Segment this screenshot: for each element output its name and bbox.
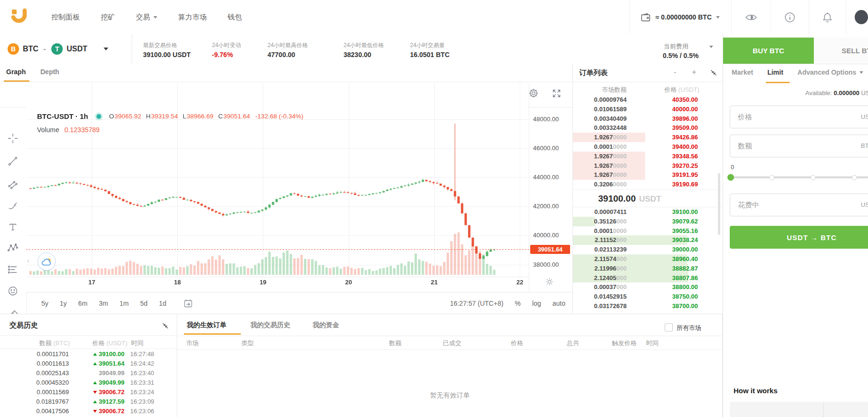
nav-item-2[interactable]: 挖矿 xyxy=(101,13,115,22)
tab-market[interactable]: Market xyxy=(732,68,753,76)
crosshair-tool-icon[interactable] xyxy=(7,133,19,144)
watch-only-button[interactable] xyxy=(731,0,771,34)
order-row[interactable]: 2.1157400038960.40 xyxy=(573,254,723,264)
emoji-tool-icon[interactable] xyxy=(7,285,19,297)
order-row[interactable]: 0.3512600039079.62 xyxy=(573,217,723,226)
orderbook-scrollbar[interactable] xyxy=(718,173,720,235)
order-row[interactable]: 1.9267000039270.25 xyxy=(573,161,723,171)
collapse-panel-button[interactable] xyxy=(710,69,717,77)
amount-slider-track[interactable] xyxy=(731,176,868,178)
price-tick-label: 48000.00 xyxy=(533,116,559,123)
pattern-tool-icon[interactable] xyxy=(7,242,19,253)
divider xyxy=(823,402,824,417)
submit-order-button[interactable]: USDT → BTC xyxy=(730,226,868,249)
timeframe-1m[interactable]: 1m xyxy=(120,300,129,307)
order-row[interactable]: 1.9267000039426.86 xyxy=(573,133,723,142)
stat-value: 16.0501 BTC xyxy=(410,51,449,58)
order-row[interactable]: 0.0000741139100.00 xyxy=(573,207,723,217)
slider-stop-25[interactable] xyxy=(769,175,774,180)
nav-item-3[interactable]: 交易 xyxy=(136,13,157,22)
advanced-options-dropdown[interactable]: Advanced Options xyxy=(798,68,864,76)
depth-bar xyxy=(573,235,687,245)
scale-auto[interactable]: auto xyxy=(553,300,565,307)
spending-input[interactable]: 花费中 xyxy=(730,194,868,216)
spending-placeholder: 花费中 xyxy=(738,201,759,210)
text-tool-icon[interactable] xyxy=(7,221,19,233)
order-row[interactable]: 0.0033244839509.00 xyxy=(573,123,723,133)
volume-label: Volume xyxy=(37,126,59,134)
timeframe-5y[interactable]: 5y xyxy=(41,300,48,307)
tab-graph[interactable]: Graph xyxy=(6,68,26,76)
sell-btc-tab[interactable]: SELL BTC xyxy=(814,38,868,64)
order-amount: 0.00009764 xyxy=(594,96,627,103)
order-row[interactable]: 0.0001000039055.16 xyxy=(573,226,723,236)
scale-log[interactable]: log xyxy=(532,300,541,307)
timeframe-3m[interactable]: 3m xyxy=(99,300,108,307)
go-to-date-icon[interactable] xyxy=(183,299,193,308)
poolin-logo-icon[interactable] xyxy=(10,8,29,27)
order-row[interactable]: 0.0145291538750.00 xyxy=(573,292,723,301)
slider-stop-50[interactable] xyxy=(811,175,816,180)
order-row[interactable]: 1.9267000039191.95 xyxy=(573,170,723,180)
order-row[interactable]: 0.0000976440350.00 xyxy=(573,95,723,105)
time-tick-label: 22 xyxy=(516,279,523,286)
nav-item-4[interactable]: 算力市场 xyxy=(178,13,207,22)
chevron-down-icon xyxy=(709,46,713,48)
order-row[interactable]: 0.0106158940000.00 xyxy=(573,105,723,114)
slider-stop-75[interactable] xyxy=(852,175,857,180)
user-menu[interactable] xyxy=(846,0,868,34)
market-pair-selector[interactable]: B BTC - T USDT xyxy=(0,34,132,64)
price-input[interactable]: 价格 xyxy=(730,106,868,128)
order-row[interactable]: 0.0317267838700.00 xyxy=(573,301,723,311)
price-axis-divider xyxy=(529,83,529,292)
amount-input[interactable]: 数额 xyxy=(730,135,868,157)
fee-dropdown[interactable]: 当前费用 0.5% / 0.5% xyxy=(660,34,720,64)
scale-percent[interactable]: % xyxy=(515,300,521,307)
order-row[interactable]: 1.9267000039348.56 xyxy=(573,152,723,161)
buy-btc-tab[interactable]: BUY BTC xyxy=(723,38,814,64)
all-markets-checkbox[interactable] xyxy=(665,323,673,331)
chart-settings-button[interactable] xyxy=(528,88,539,98)
position-tool-icon[interactable] xyxy=(7,264,19,275)
collapse-arrow-icon[interactable]: ‹ xyxy=(27,256,29,264)
my-orders-tab-3[interactable]: 我的资金 xyxy=(313,321,339,330)
my-orders-tab-2[interactable]: 我的交易历史 xyxy=(250,321,290,330)
weather-cloud-icon[interactable] xyxy=(38,252,56,271)
tab-limit[interactable]: Limit xyxy=(767,68,783,76)
nav-item-1[interactable]: 控制面板 xyxy=(51,13,80,22)
notifications-button[interactable] xyxy=(809,0,846,34)
timeframe-1y[interactable]: 1y xyxy=(60,300,67,307)
order-row[interactable]: 0.3206000039190.69 xyxy=(573,180,723,189)
tab-depth[interactable]: Depth xyxy=(40,68,59,76)
arrow-up-icon xyxy=(93,400,97,403)
slider-handle[interactable] xyxy=(727,174,734,181)
timeframe-1d[interactable]: 1d xyxy=(159,300,167,307)
brush-tool-icon[interactable] xyxy=(7,200,19,212)
order-row[interactable]: 0.0211323939000.00 xyxy=(573,245,723,254)
buy-sell-tabs: BUY BTC SELL BTC xyxy=(723,38,868,64)
order-row[interactable]: 2.1115200039038.24 xyxy=(573,235,723,245)
info-button[interactable] xyxy=(771,0,809,34)
my-orders-tab-1[interactable]: 我的生效订单 xyxy=(187,321,227,330)
order-row[interactable]: 2.1240500038807.86 xyxy=(573,273,723,283)
order-row[interactable]: 0.0034040939896.00 xyxy=(573,114,723,124)
amount-placeholder: 数额 xyxy=(738,142,752,151)
parallel-lines-tool-icon[interactable] xyxy=(7,179,19,190)
wallet-balance-dropdown[interactable]: ≈ 0.00000000 BTC xyxy=(629,0,731,34)
zoom-out-button[interactable]: - xyxy=(674,68,677,77)
timeframe-6m[interactable]: 6m xyxy=(78,300,87,307)
stat-label: 24小时最低价格 xyxy=(343,41,384,49)
order-price: 39055.16 xyxy=(672,227,698,234)
order-row[interactable]: 2.1199600038882.87 xyxy=(573,264,723,273)
trendline-tool-icon[interactable] xyxy=(7,155,19,167)
my-orders-col-header: 价格 xyxy=(511,339,523,348)
fullscreen-icon xyxy=(552,89,561,98)
order-row[interactable]: 0.0001000039400.00 xyxy=(573,142,723,152)
collapse-panel-button[interactable] xyxy=(162,322,169,330)
timeframe-5d[interactable]: 5d xyxy=(140,300,148,307)
order-row[interactable]: 0.0003700038800.00 xyxy=(573,282,723,292)
theme-sun-icon[interactable] xyxy=(545,278,553,286)
nav-item-5[interactable]: 钱包 xyxy=(228,13,242,22)
zoom-in-button[interactable]: + xyxy=(692,68,696,77)
fullscreen-button[interactable] xyxy=(552,89,561,98)
